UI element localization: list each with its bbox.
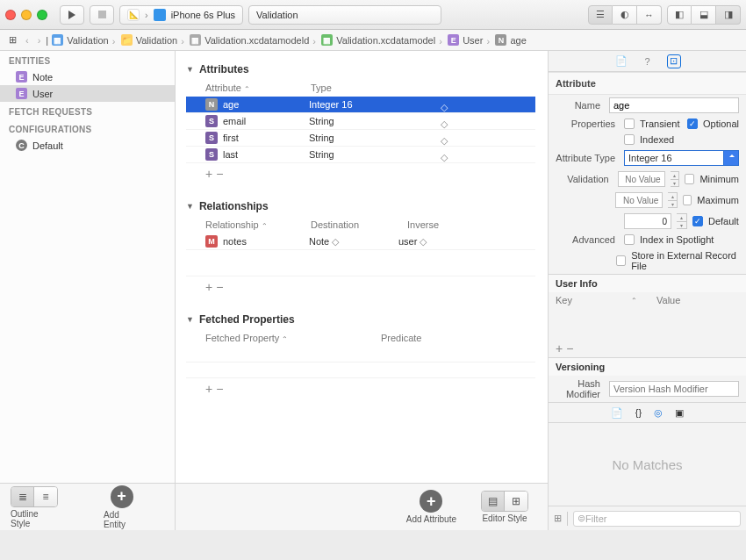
disclosure-icon[interactable]: ▼ <box>186 65 194 74</box>
attribute-row-first[interactable]: SfirstString◇ <box>186 130 535 147</box>
editor-mode-seg: ☰ ◐ ↔ <box>588 5 662 25</box>
tomany-icon: M <box>205 235 218 248</box>
scheme-device: iPhone 6s Plus <box>171 10 235 20</box>
add-userinfo-icon[interactable]: + <box>556 341 566 355</box>
data-model-inspector-tab[interactable]: ⊡ <box>667 54 681 68</box>
help-inspector-tab[interactable]: ? <box>641 54 655 68</box>
model-version-icon: ▦ <box>321 34 333 46</box>
integer-attr-icon: N <box>205 98 218 111</box>
remove-attribute-icon[interactable]: − <box>216 167 226 181</box>
close-window[interactable] <box>5 10 16 20</box>
fetched-header: Fetched Properties <box>199 313 295 326</box>
entity-user[interactable]: EUser <box>0 85 175 102</box>
attributes-header: Attributes <box>199 63 249 75</box>
toolbar: 📐 › iPhone 6s Plus Validation ☰ ◐ ↔ ◧ ⬓ … <box>0 0 746 30</box>
userinfo-header: User Info <box>549 274 746 292</box>
model-editor: ▼Attributes Attribute ⌃Type NageInteger … <box>176 51 549 530</box>
nav-bottom-bar: ≣≡ Outline Style + Add Entity <box>0 483 175 530</box>
attribute-icon: N <box>495 34 506 46</box>
hash-modifier-input[interactable] <box>609 381 739 397</box>
default-checkbox[interactable]: ✓ <box>692 216 703 226</box>
standard-editor[interactable]: ☰ <box>588 5 613 25</box>
attr-type-select[interactable]: Integer 16 <box>624 150 739 166</box>
grid-view-icon[interactable]: ⊞ <box>554 513 562 524</box>
add-entity-label: Add Entity <box>104 510 140 529</box>
min-input[interactable] <box>618 171 665 187</box>
attribute-row-last[interactable]: SlastString◇ <box>186 147 535 163</box>
inspector-tabs: 📄 ? ⊡ <box>549 51 746 72</box>
add-relationship-icon[interactable]: + <box>205 280 216 294</box>
folder-icon: 📁 <box>121 34 133 46</box>
library-tabs: 📄 {} ◎ ▣ <box>549 402 746 423</box>
no-matches-label: No Matches <box>549 423 746 506</box>
attribute-section-header: Attribute <box>549 72 746 95</box>
max-checkbox[interactable] <box>683 195 692 205</box>
version-editor[interactable]: ↔ <box>637 5 662 25</box>
toggle-utilities[interactable]: ◨ <box>716 5 741 25</box>
code-snippet-tab[interactable]: {} <box>635 407 642 418</box>
status-text: Validation <box>256 10 298 20</box>
editor-style-seg[interactable]: ▤⊞ <box>481 491 528 512</box>
remove-fetched-icon[interactable]: − <box>216 382 226 396</box>
config-default[interactable]: CDefault <box>0 137 175 154</box>
minimize-window[interactable] <box>21 10 32 20</box>
project-icon: ▦ <box>52 34 63 46</box>
outline-style-label: Outline Style <box>11 509 58 528</box>
navigator: ENTITIES ENote EUser FETCH REQUESTS CONF… <box>0 51 176 530</box>
entity-note[interactable]: ENote <box>0 68 175 85</box>
add-fetched-icon[interactable]: + <box>205 382 216 396</box>
inspector: 📄 ? ⊡ Attribute Name PropertiesTransient… <box>549 51 746 530</box>
relationships-header: Relationships <box>199 200 269 212</box>
fetch-requests-header: FETCH REQUESTS <box>0 102 175 119</box>
indexed-checkbox[interactable] <box>624 134 635 145</box>
zoom-window[interactable] <box>37 10 47 20</box>
versioning-header: Versioning <box>549 357 746 376</box>
run-button[interactable] <box>60 5 84 25</box>
file-template-tab[interactable]: 📄 <box>611 407 623 419</box>
remove-userinfo-icon[interactable]: − <box>566 341 577 355</box>
entities-header: ENTITIES <box>0 51 175 68</box>
string-attr-icon: S <box>205 148 218 161</box>
remove-relationship-icon[interactable]: − <box>216 280 226 294</box>
external-checkbox[interactable] <box>616 255 626 266</box>
spotlight-checkbox[interactable] <box>624 234 635 245</box>
attribute-row-email[interactable]: SemailString◇ <box>186 113 535 130</box>
stop-button[interactable] <box>90 5 114 25</box>
max-stepper[interactable]: ▴▾ <box>668 192 677 208</box>
max-input[interactable] <box>615 192 663 208</box>
panel-toggles: ◧ ⬓ ◨ <box>667 5 741 25</box>
toggle-debug[interactable]: ⬓ <box>692 5 716 25</box>
object-library-tab[interactable]: ◎ <box>654 407 663 419</box>
activity-view: Validation <box>248 5 441 25</box>
optional-checkbox[interactable]: ✓ <box>687 118 698 129</box>
default-input[interactable] <box>624 213 671 229</box>
transient-checkbox[interactable] <box>624 118 635 129</box>
disclosure-icon[interactable]: ▼ <box>186 202 194 211</box>
string-attr-icon: S <box>205 132 218 144</box>
add-attribute-icon[interactable]: + <box>205 167 216 181</box>
toggle-navigator[interactable]: ◧ <box>667 5 692 25</box>
add-entity-button[interactable]: + <box>111 485 133 508</box>
jump-bar[interactable]: ⊞ ‹ › | ▦Validation› 📁Validation› ▦Valid… <box>0 30 746 51</box>
svg-rect-0 <box>98 11 106 18</box>
media-library-tab[interactable]: ▣ <box>675 407 684 419</box>
configurations-header: CONFIGURATIONS <box>0 119 175 137</box>
model-icon: ▦ <box>190 34 201 46</box>
assistant-editor[interactable]: ◐ <box>613 5 637 25</box>
editor-bottom-bar: +Add Attribute ▤⊞Editor Style <box>176 483 548 530</box>
min-stepper[interactable]: ▴▾ <box>671 171 680 187</box>
default-stepper[interactable]: ▴▾ <box>677 213 687 229</box>
attr-name-input[interactable] <box>609 97 739 113</box>
attribute-row-age[interactable]: NageInteger 16◇ <box>186 97 535 113</box>
file-inspector-tab[interactable]: 📄 <box>614 54 628 68</box>
entity-icon: E <box>448 34 459 46</box>
filter-input[interactable]: ⊜ Filter <box>573 511 741 527</box>
outline-style-seg[interactable]: ≣≡ <box>11 486 58 507</box>
scheme-selector[interactable]: 📐 › iPhone 6s Plus <box>119 5 243 25</box>
min-checkbox[interactable] <box>685 174 694 184</box>
disclosure-icon[interactable]: ▼ <box>186 315 194 324</box>
string-attr-icon: S <box>205 115 218 127</box>
window-controls <box>5 10 47 20</box>
relationship-row-notes[interactable]: MnotesNote ◇user ◇ <box>186 233 535 250</box>
add-attribute-button[interactable]: + <box>420 490 442 513</box>
